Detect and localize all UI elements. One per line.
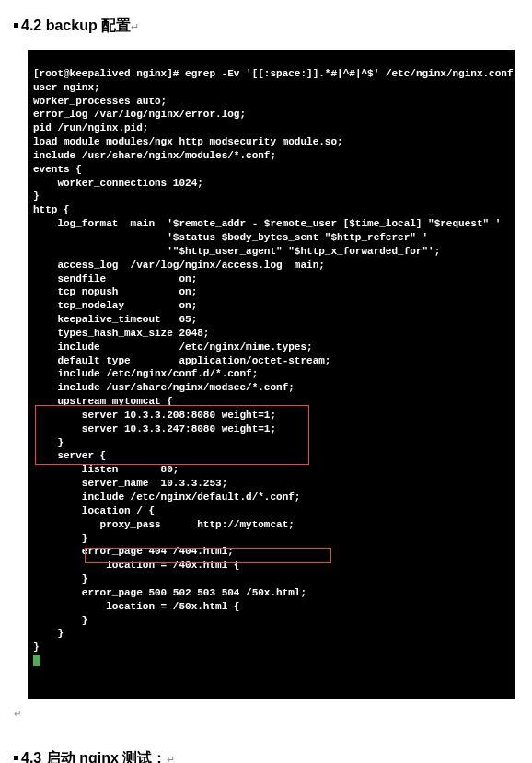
config-line: } — [33, 533, 87, 544]
config-line: upstream mytomcat { — [33, 396, 173, 407]
return-marker-line: ↵ — [0, 709, 532, 719]
terminal-prompt: [root@keepalived nginx]# — [33, 68, 179, 79]
config-line: } — [33, 573, 87, 584]
config-line: include /usr/share/nginx/modules/*.conf; — [33, 150, 276, 161]
config-line: } — [33, 642, 40, 653]
config-line: worker_processes auto; — [33, 96, 167, 107]
config-line: '$status $body_bytes_sent "$http_referer… — [33, 232, 428, 243]
config-line: } — [33, 615, 87, 626]
config-line: include /etc/nginx/default.d/*.conf; — [33, 491, 300, 503]
config-line: server 10.3.3.247:8080 weight=1; — [33, 423, 276, 434]
config-line: } — [33, 437, 64, 448]
config-line: location / { — [33, 505, 155, 516]
config-line: user nginx; — [33, 82, 100, 93]
return-marker: ↵ — [131, 21, 139, 32]
config-line: worker_connections 1024; — [33, 178, 203, 189]
config-line: log_format main '$remote_addr - $remote_… — [33, 218, 501, 229]
config-line: events { — [33, 164, 82, 175]
bullet-icon — [14, 756, 18, 760]
return-marker: ↵ — [167, 754, 175, 763]
config-line: error_page 404 /404.html; — [33, 546, 234, 557]
config-line: include /etc/nginx/mime.types; — [33, 341, 313, 353]
config-line: error_page 500 502 503 504 /50x.html; — [33, 587, 306, 598]
heading-text: 4.3 启动 nginx 测试： — [21, 750, 167, 763]
config-line: keepalive_timeout 65; — [33, 314, 197, 325]
config-line: default_type application/octet-stream; — [33, 355, 330, 366]
config-line: tcp_nodelay on; — [33, 300, 197, 311]
config-line: location = /50x.html { — [33, 601, 239, 612]
config-line: } — [33, 191, 40, 202]
config-line: access_log /var/log/nginx/access.log mai… — [33, 260, 325, 271]
config-line: sendfile on; — [33, 273, 197, 284]
config-line: pid /run/nginx.pid; — [33, 122, 148, 133]
terminal-command: egrep -Ev '[[:space:]].*#|^#|^$' /etc/ng… — [185, 68, 513, 79]
config-line: tcp_nopush on; — [33, 286, 197, 297]
section-heading-43: 4.3 启动 nginx 测试：↵ — [0, 742, 532, 763]
config-line: http { — [33, 204, 70, 215]
config-line: location = /40x.html { — [33, 560, 239, 571]
config-line: error_log /var/log/nginx/error.log; — [33, 109, 246, 120]
bullet-icon — [14, 23, 18, 28]
heading-text: 4.2 backup 配置 — [21, 17, 131, 33]
config-line: proxy_pass http://mytomcat; — [33, 519, 295, 530]
config-line: '"$http_user_agent" "$http_x_forwarded_f… — [33, 246, 440, 257]
config-line: types_hash_max_size 2048; — [33, 328, 209, 339]
config-line: } — [33, 628, 64, 639]
section-heading-42: 4.2 backup 配置↵ — [0, 9, 532, 50]
config-line: listen 80; — [33, 464, 179, 475]
config-line: include /usr/share/nginx/modsec/*.conf; — [33, 382, 295, 393]
terminal-output: [root@keepalived nginx]# egrep -Ev '[[:s… — [28, 50, 515, 699]
config-line: server 10.3.3.208:8080 weight=1; — [33, 410, 276, 421]
cursor-icon — [33, 655, 40, 666]
config-line: server_name 10.3.3.253; — [33, 478, 227, 489]
config-line: server { — [33, 450, 106, 461]
config-line: include /etc/nginx/conf.d/*.conf; — [33, 368, 258, 379]
config-line: load_module modules/ngx_http_modsecurity… — [33, 136, 343, 147]
